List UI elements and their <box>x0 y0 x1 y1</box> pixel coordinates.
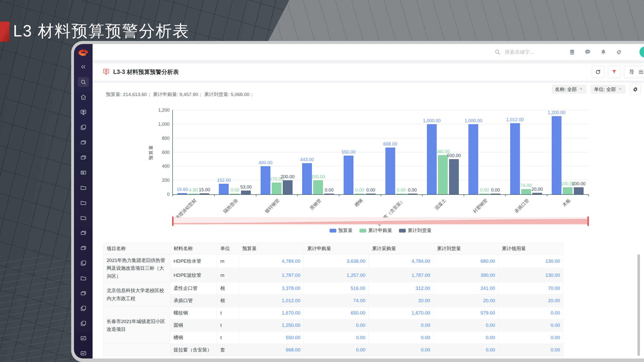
sidebar-item-windows-icon[interactable] <box>78 243 89 253</box>
bar-value-label: 0.00 <box>366 188 375 193</box>
bar-requested[interactable] <box>396 194 406 194</box>
bar-budget[interactable] <box>552 116 561 194</box>
table-row[interactable]: 2021年热力集团老旧供热管网及设施改造项目三标（大兴区）HDPE给水管m4,7… <box>103 254 564 268</box>
legend-swatch <box>399 229 406 233</box>
project-name-cell <box>103 344 170 356</box>
bar-requested[interactable] <box>188 194 198 194</box>
bar-requested[interactable] <box>313 180 323 194</box>
value-cell: 74.00 <box>304 295 369 307</box>
table-row[interactable]: 圆钢t1,250.000.000.000.000.00 <box>103 319 564 332</box>
sidebar-item-copy-icon[interactable] <box>78 258 89 268</box>
vertical-scrollbar[interactable] <box>637 254 640 356</box>
value-cell: 1,787.00 <box>369 268 434 282</box>
bar-value-label: 400.00 <box>259 160 272 165</box>
bar-requested[interactable] <box>230 194 240 194</box>
table-row[interactable]: HDPE波纹管m1,787.001,257.001,787.00390.0013… <box>103 268 564 282</box>
bar-budget[interactable] <box>219 184 229 194</box>
sidebar-item-search-icon[interactable] <box>78 77 89 87</box>
legend-item-arrived[interactable]: 累计到货量 <box>399 227 432 234</box>
bell-icon[interactable] <box>600 49 607 56</box>
value-cell: 130.00 <box>499 268 564 282</box>
bar-arrived[interactable] <box>241 191 251 194</box>
bar-arrived[interactable] <box>449 159 459 194</box>
datazoom-slider[interactable] <box>173 217 588 224</box>
bar-arrived[interactable] <box>408 194 417 194</box>
bar-arrived[interactable] <box>283 180 293 194</box>
bar-value-label: 500.00 <box>447 153 461 158</box>
table-settings-button[interactable] <box>630 84 641 95</box>
gear-icon[interactable] <box>615 49 622 56</box>
value-cell: 0.00 <box>369 332 434 344</box>
sidebar-item-folder-icon[interactable] <box>78 198 89 208</box>
bar-value-label: 100.00 <box>572 181 586 187</box>
sidebar-item-ticket-icon[interactable] <box>78 167 89 177</box>
bar-requested[interactable] <box>479 194 489 194</box>
bar-budget[interactable] <box>468 124 478 194</box>
bar-budget[interactable] <box>427 124 437 194</box>
bar-arrived[interactable] <box>532 193 542 194</box>
table-row[interactable]: 提拉窗（含安装）套668.000.000.000.000.00 <box>103 344 564 356</box>
bar-requested[interactable] <box>563 187 573 194</box>
bar-value-label: 0.00 <box>325 188 334 193</box>
sidebar-item-windows-icon[interactable] <box>78 288 89 298</box>
x-tick <box>505 195 506 196</box>
bar-budget[interactable] <box>385 148 395 194</box>
sidebar-item-folder-icon[interactable] <box>78 183 89 193</box>
sidebar-item-folder-icon[interactable] <box>78 213 89 223</box>
table-row[interactable]: 长春市2021年城镇老旧小区改造项目螺纹钢t1,670.00650.001,67… <box>103 307 564 319</box>
bar-budget[interactable] <box>510 123 520 194</box>
avatar[interactable] <box>639 47 644 58</box>
project-name-cell: 2021年热力集团老旧供热管网及设施改造项目三标（大兴区） <box>103 254 170 282</box>
bar-arrived[interactable] <box>199 193 209 194</box>
sidebar-item-monitor-icon[interactable] <box>78 107 89 117</box>
x-tick <box>256 195 256 196</box>
app-logo[interactable] <box>78 50 88 56</box>
value-cell: 1,670.00 <box>369 307 434 319</box>
sidebar-item-copy-icon[interactable] <box>78 318 89 328</box>
report-title: L3-3 材料预算预警分析表 <box>113 68 179 76</box>
export-button[interactable]: 导 出 <box>624 66 644 78</box>
book-icon[interactable] <box>569 49 576 56</box>
table-row[interactable]: 承插口管根1,012.0074.0020.0020.0020.00 <box>103 295 564 307</box>
sidebar-item-collapse-icon[interactable] <box>78 62 89 72</box>
bar-budget[interactable] <box>344 156 353 194</box>
sidebar-item-copy-icon[interactable] <box>78 122 89 132</box>
sidebar-item-folder-icon[interactable] <box>78 273 89 283</box>
table-row[interactable]: 槽钢t550.000.000.000.000.00 <box>103 332 564 344</box>
sidebar-item-home-icon[interactable] <box>78 92 89 102</box>
sidebar-item-copy-icon[interactable] <box>78 303 89 313</box>
bar-arrived[interactable] <box>324 194 334 194</box>
bar-budget[interactable] <box>177 193 187 194</box>
material-cell: 柔性企口管 <box>170 282 217 295</box>
datazoom-handle-right[interactable] <box>587 216 589 226</box>
refresh-button[interactable] <box>592 66 604 78</box>
bar-arrived[interactable] <box>366 194 376 194</box>
bar-requested[interactable] <box>521 189 531 194</box>
material-cell: HDPE给水管 <box>170 254 217 268</box>
datazoom-handle-left[interactable] <box>172 216 174 226</box>
sidebar-item-windows-icon[interactable] <box>78 137 89 147</box>
sidebar-item-windows-icon[interactable] <box>78 152 89 162</box>
bar-group: 550.00 0.00 0.00 <box>339 110 380 194</box>
unit-filter-chip[interactable]: 单位: 全部 <box>591 85 626 94</box>
name-filter-chip[interactable]: 名称: 全部 <box>552 85 587 94</box>
filter-button[interactable] <box>608 66 620 78</box>
bar-budget[interactable] <box>261 166 270 194</box>
bar-requested[interactable] <box>272 183 281 194</box>
sidebar-item-chart-monitor-icon[interactable] <box>78 333 89 343</box>
bar-arrived[interactable] <box>491 194 500 194</box>
sidebar-item-chart-monitor-icon[interactable] <box>78 348 89 358</box>
material-cell: 螺纹钢 <box>170 307 217 319</box>
bar-arrived[interactable] <box>574 187 584 194</box>
chat-icon[interactable] <box>584 49 591 56</box>
bar-group: 668.00 0.00 0.00 <box>380 110 422 194</box>
bar-budget[interactable] <box>302 163 312 194</box>
topbar-icons <box>569 44 622 60</box>
value-cell: 0.00 <box>304 332 369 344</box>
legend-item-requested[interactable]: 累计申购量 <box>359 227 392 234</box>
bar-requested[interactable] <box>438 155 448 194</box>
legend-item-budget[interactable]: 预算量 <box>330 227 353 234</box>
table-row[interactable]: 北京信息科技大学老校区校内大市政工程柔性企口管根3,378.00516.0031… <box>103 282 564 295</box>
sidebar-item-windows-icon[interactable] <box>78 228 89 238</box>
bar-requested[interactable] <box>355 194 365 194</box>
